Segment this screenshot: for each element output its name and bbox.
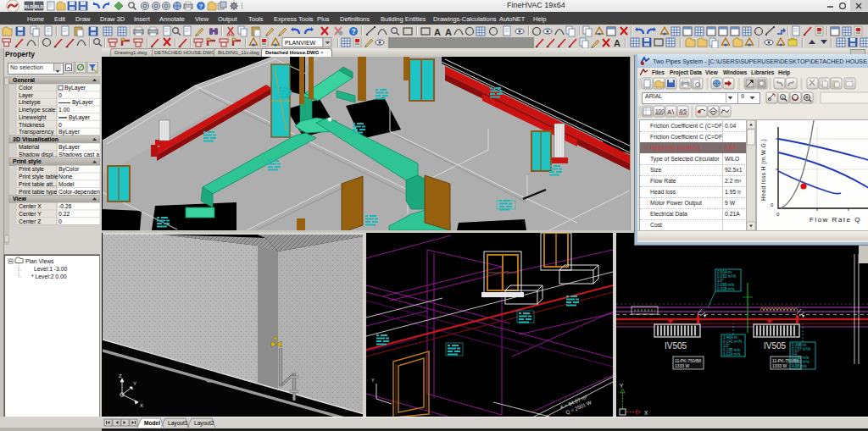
svg-text:0.22: 0.22 <box>58 211 70 217</box>
svg-text:Linetype scale: Linetype scale <box>19 107 56 113</box>
svg-text:ByLayer: ByLayer <box>64 85 86 91</box>
svg-text:Head loss H (m.W.G.): Head loss H (m.W.G.) <box>760 139 767 201</box>
svg-text:▾: ▾ <box>704 313 706 318</box>
svg-text:▾: ▾ <box>802 313 804 318</box>
svg-text:Lineweight: Lineweight <box>19 114 47 121</box>
svg-text:Linetype: Linetype <box>19 99 41 106</box>
svg-text:Z: Z <box>119 373 122 379</box>
svg-text:±: ± <box>782 95 784 100</box>
svg-text:A: A <box>667 108 672 116</box>
svg-text:Model: Model <box>58 181 75 187</box>
svg-text:X: X <box>140 403 143 408</box>
svg-text:Shadow displ...: Shadow displ... <box>19 152 58 158</box>
svg-text:1.00: 1.00 <box>58 107 70 113</box>
svg-text:Level:1 -3.00: Level:1 -3.00 <box>34 266 68 272</box>
svg-text:0.024 m³s: 0.024 m³s <box>723 352 741 356</box>
svg-text:View: View <box>13 196 26 202</box>
svg-text:1333 W: 1333 W <box>675 363 690 368</box>
svg-text:Layout2: Layout2 <box>194 420 214 427</box>
svg-text:Center X: Center X <box>19 203 42 209</box>
svg-text:0.008 m³s: 0.008 m³s <box>717 287 735 291</box>
svg-text:4.08 m/s: 4.08 m/s <box>792 364 807 368</box>
svg-text:X: X <box>644 410 648 416</box>
svg-text:Plan Views: Plan Views <box>25 258 54 264</box>
svg-text:ByColor: ByColor <box>58 166 80 173</box>
svg-text:Y: Y <box>620 383 624 389</box>
svg-text:0: 0 <box>771 202 774 207</box>
svg-text:ByLayer: ByLayer <box>58 129 81 135</box>
svg-text:1333 W: 1333 W <box>772 363 787 368</box>
svg-text:Print table att...: Print table att... <box>19 181 58 187</box>
svg-text:Flow Rate Q: Flow Rate Q <box>810 216 861 224</box>
svg-text:0: 0 <box>776 212 780 217</box>
svg-text:Model: Model <box>144 420 160 426</box>
svg-text:General: General <box>13 77 35 83</box>
svg-text:IV505: IV505 <box>764 341 787 351</box>
svg-text:PLANVIEW: PLANVIEW <box>285 40 316 46</box>
svg-text:ByLayer: ByLayer <box>58 144 81 151</box>
svg-text:Print style: Print style <box>13 158 42 165</box>
svg-text:Print style: Print style <box>19 166 44 173</box>
svg-text:4/5: 4/5 <box>679 108 687 114</box>
svg-text:None: None <box>58 174 72 180</box>
svg-text:Shadows cast a..: Shadows cast a.. <box>58 152 100 157</box>
svg-text:* Level:2 0.00: * Level:2 0.00 <box>31 274 67 279</box>
svg-text:Transparency: Transparency <box>19 129 54 135</box>
svg-text:Center Y: Center Y <box>19 211 42 217</box>
svg-text:0: 0 <box>58 218 62 224</box>
svg-text:3D Visualisation: 3D Visualisation <box>13 136 58 142</box>
svg-text:0: 0 <box>58 122 62 128</box>
svg-text:ByLayer: ByLayer <box>72 99 94 106</box>
svg-text:Thickness: Thickness <box>19 122 45 128</box>
svg-text:100: 100 <box>655 108 665 114</box>
svg-text:0: 0 <box>58 92 62 98</box>
svg-text:ByLayer: ByLayer <box>69 114 91 121</box>
svg-text:-0.26: -0.26 <box>58 203 72 209</box>
svg-text:Y: Y <box>133 381 136 386</box>
svg-text:Print table type: Print table type <box>19 189 58 196</box>
svg-text:IV505: IV505 <box>665 341 687 351</box>
svg-text:Center Z: Center Z <box>19 218 41 224</box>
svg-text:Color: Color <box>19 85 33 91</box>
svg-text:Layer: Layer <box>19 92 34 99</box>
svg-text:Print style table: Print style table <box>19 174 58 180</box>
svg-text:Layout1: Layout1 <box>168 420 188 427</box>
svg-text:Material: Material <box>19 144 40 150</box>
svg-text:Y: Y <box>371 378 375 383</box>
svg-text:Color-dependen...: Color-dependen... <box>58 189 100 196</box>
